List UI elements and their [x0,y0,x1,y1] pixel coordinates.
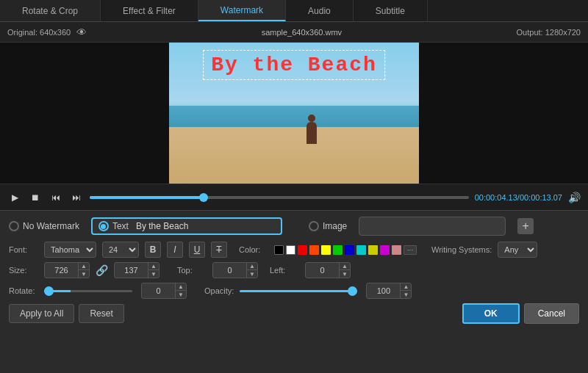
opacity-input[interactable] [367,286,400,295]
swatch-cyan[interactable] [356,245,366,255]
add-image-button[interactable]: + [517,218,534,234]
font-label: Font: [9,245,38,254]
height-up[interactable]: ▲ [148,263,159,270]
italic-button[interactable]: I [167,242,183,258]
no-watermark-radio-circle [9,221,19,231]
beach-sand [169,127,419,184]
ok-button[interactable]: OK [462,303,520,324]
apply-to-all-button[interactable]: Apply to All [9,304,74,323]
width-down[interactable]: ▼ [79,270,89,278]
next-button[interactable]: ⏭ [69,190,84,205]
opacity-slider[interactable] [240,290,357,292]
swatch-green[interactable] [333,245,343,255]
font-size-select[interactable]: 24 12 18 36 [102,242,139,258]
color-swatches: ··· [274,245,417,255]
bottom-row: Apply to All Reset OK Cancel [9,303,579,324]
stop-button[interactable]: ⏹ [28,190,43,205]
left-label: Left: [270,266,299,275]
left-up[interactable]: ▲ [340,263,350,270]
image-radio-circle [309,221,319,231]
left-spinner: ▲ ▼ [305,262,351,278]
tab-audio[interactable]: Audio [286,0,354,21]
swatch-red[interactable] [298,245,307,255]
text-watermark-input[interactable] [133,221,275,231]
opacity-up[interactable]: ▲ [401,283,411,291]
rotate-input[interactable] [142,286,175,295]
swatch-blue[interactable] [345,245,354,255]
swatch-pink[interactable] [392,245,401,255]
more-colors-button[interactable]: ··· [404,245,417,255]
underline-button[interactable]: U [189,242,205,258]
bottom-left-buttons: Apply to All Reset [9,304,124,323]
eye-icon[interactable]: 👁 [76,26,87,38]
swatch-purple[interactable] [380,245,390,255]
top-up[interactable]: ▲ [247,263,257,270]
opacity-value-spinner: ▲ ▼ [366,283,412,299]
height-input[interactable] [115,266,148,275]
tab-bar: Rotate & Crop Effect & Filter Watermark … [0,0,588,22]
prev-button[interactable]: ⏮ [49,190,63,205]
playback-bar: ▶ ⏹ ⏮ ⏭ 00:00:04.13/00:00:13.07 🔊 [0,184,588,210]
rotate-label: Rotate: [9,286,38,295]
left-spinner-btns: ▲ ▼ [339,263,350,278]
left-down[interactable]: ▼ [340,270,350,278]
link-icon[interactable]: 🔗 [96,264,108,276]
font-row: Font: Tahoma Arial Verdana 24 12 18 36 B… [9,242,579,258]
tab-watermark[interactable]: Watermark [198,0,286,21]
rotate-slider[interactable] [44,290,132,292]
height-down[interactable]: ▼ [148,270,159,278]
text-radio[interactable]: Text [98,221,129,231]
height-spinner: ▲ ▼ [114,262,159,278]
width-input[interactable] [45,266,78,275]
left-input[interactable] [306,266,339,275]
swatch-white[interactable] [286,245,295,255]
tab-effect-filter[interactable]: Effect & Filter [101,0,198,21]
size-row: Size: ▲ ▼ 🔗 ▲ ▼ Top: ▲ ▼ Left: [9,262,579,278]
swatch-olive[interactable] [368,245,378,255]
font-family-select[interactable]: Tahoma Arial Verdana [44,242,96,258]
watermark-display-text: By the Beach [211,54,377,76]
text-radio-circle [98,221,109,231]
rotate-up[interactable]: ▲ [176,283,186,291]
opacity-spinner-btns: ▲ ▼ [400,283,411,298]
video-bg: By the Beach [169,43,419,184]
top-input[interactable] [213,266,246,275]
opacity-label: Opacity: [204,286,234,295]
writing-systems-label: Writing Systems: [431,245,492,254]
controls-panel: No Watermark Text Image + Font: Tahoma A… [0,210,588,330]
cancel-button[interactable]: Cancel [524,303,579,324]
reset-button[interactable]: Reset [79,304,123,323]
progress-bar[interactable] [90,196,469,199]
tab-rotate-crop[interactable]: Rotate & Crop [0,0,101,21]
bold-button[interactable]: B [145,242,161,258]
color-label: Color: [239,245,268,254]
bottom-right-buttons: OK Cancel [462,303,579,324]
watermark-overlay[interactable]: By the Beach [203,50,385,80]
writing-system-select[interactable]: Any Latin [498,242,537,258]
rotate-opacity-row: Rotate: ▲ ▼ Opacity: ▲ ▼ [9,283,579,299]
text-label: Text [112,221,129,231]
top-spinner-btns: ▲ ▼ [246,263,257,278]
play-button[interactable]: ▶ [7,190,22,205]
strikethrough-button[interactable]: T [211,242,227,258]
width-spinner: ▲ ▼ [44,262,90,278]
volume-icon[interactable]: 🔊 [568,192,581,203]
original-resolution: Original: 640x360 [7,28,71,37]
preview-wrapper: By the Beach [0,43,588,184]
top-down[interactable]: ▼ [247,270,257,278]
top-label: Top: [177,266,207,275]
no-watermark-label: No Watermark [23,221,79,231]
swatch-black[interactable] [274,245,284,255]
width-up[interactable]: ▲ [79,263,89,270]
swatch-yellow[interactable] [321,245,331,255]
height-spinner-btns: ▲ ▼ [148,263,159,278]
rotate-spinner-btns: ▲ ▼ [175,283,186,298]
rotate-down[interactable]: ▼ [176,291,186,298]
tab-subtitle[interactable]: Subtitle [354,0,428,21]
image-radio[interactable]: Image [309,221,347,231]
rotate-row: Rotate: ▲ ▼ Opacity: ▲ ▼ [9,283,579,299]
opacity-down[interactable]: ▼ [401,291,411,298]
no-watermark-radio[interactable]: No Watermark [9,221,79,231]
progress-fill [90,196,204,199]
swatch-orangered[interactable] [309,245,319,255]
